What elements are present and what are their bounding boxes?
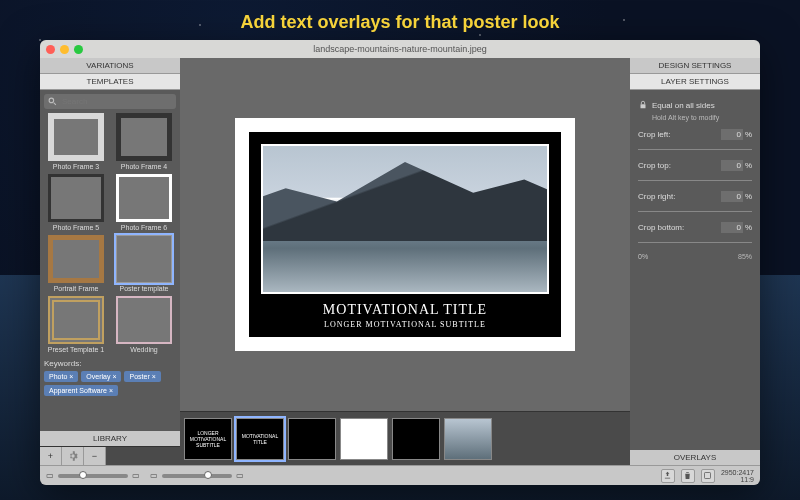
tab-templates[interactable]: TEMPLATES (40, 74, 180, 90)
trash-icon[interactable] (681, 469, 695, 483)
strip-item[interactable] (444, 418, 492, 460)
crop-left-input[interactable] (721, 129, 743, 140)
svg-rect-2 (641, 104, 646, 108)
crop-right-label: Crop right: (638, 192, 675, 201)
zoom-rect-icon: ▭ (46, 471, 54, 480)
library-toolbar: + − (40, 446, 180, 465)
opacity-rect-icon: ▭ (236, 471, 244, 480)
strip-item[interactable]: LONGER MOTIVATIONAL SUBTITLE (184, 418, 232, 460)
opacity-slider[interactable] (162, 474, 232, 478)
poster: MOTIVATIONAL TITLE LONGER MOTIVATIONAL S… (249, 132, 561, 337)
poster-title[interactable]: MOTIVATIONAL TITLE (261, 302, 549, 318)
keyword-chip[interactable]: Apparent Software × (44, 385, 118, 396)
crop-top-slider[interactable] (638, 175, 752, 185)
keywords-label: Keywords: (44, 359, 176, 368)
svg-rect-3 (705, 473, 711, 479)
scale-min: 0% (638, 253, 648, 260)
library-label[interactable]: LIBRARY (40, 431, 180, 446)
zoom-rect-icon: ▭ (132, 471, 140, 480)
svg-point-0 (49, 98, 54, 103)
template-grid: Photo Frame 3 Photo Frame 4 Photo Frame … (44, 113, 176, 353)
keyword-chip[interactable]: Poster × (124, 371, 160, 382)
template-item[interactable]: Photo Frame 6 (112, 174, 176, 231)
search-field[interactable] (60, 96, 172, 107)
tab-variations[interactable]: VARIATIONS (40, 58, 180, 74)
tab-layer-settings[interactable]: LAYER SETTINGS (630, 74, 760, 90)
opacity-rect-icon: ▭ (150, 471, 158, 480)
coordinates: 2950:2417 11:9 (721, 469, 754, 483)
keyword-chip[interactable]: Overlay × (81, 371, 121, 382)
canvas[interactable]: MOTIVATIONAL TITLE LONGER MOTIVATIONAL S… (235, 118, 575, 351)
scale-max: 85% (738, 253, 752, 260)
crop-top-label: Crop top: (638, 161, 671, 170)
poster-image[interactable] (261, 144, 549, 294)
strip-item[interactable] (288, 418, 336, 460)
crop-bottom-input[interactable] (721, 222, 743, 233)
right-panel: DESIGN SETTINGS LAYER SETTINGS Equal on … (630, 58, 760, 465)
strip-item[interactable]: MOTIVATIONAL TITLE (236, 418, 284, 460)
template-item[interactable]: Poster template (112, 235, 176, 292)
strip-item[interactable] (340, 418, 388, 460)
template-item[interactable]: Portrait Frame (44, 235, 108, 292)
left-panel: VARIATIONS TEMPLATES Photo Frame 3 Photo… (40, 58, 180, 465)
statusbar: ▭ ▭ ▭ ▭ 2950:2417 (40, 465, 760, 485)
equal-sides-note: Hold Alt key to modify (652, 114, 752, 121)
marketing-headline: Add text overlays for that poster look (0, 12, 800, 33)
zoom-slider[interactable] (58, 474, 128, 478)
crop-right-slider[interactable] (638, 206, 752, 216)
export-button[interactable] (661, 469, 675, 483)
strip-item[interactable] (392, 418, 440, 460)
canvas-area: MOTIVATIONAL TITLE LONGER MOTIVATIONAL S… (180, 58, 630, 465)
search-input[interactable] (44, 94, 176, 109)
layer-strip: LONGER MOTIVATIONAL SUBTITLE MOTIVATIONA… (180, 411, 630, 465)
tab-design-settings[interactable]: DESIGN SETTINGS (630, 58, 760, 74)
titlebar: landscape-mountains-nature-mountain.jpeg (40, 40, 760, 58)
settings-icon[interactable] (701, 469, 715, 483)
template-item[interactable]: Photo Frame 4 (112, 113, 176, 170)
window-title: landscape-mountains-nature-mountain.jpeg (40, 44, 760, 54)
crop-left-slider[interactable] (638, 144, 752, 154)
crop-left-label: Crop left: (638, 130, 670, 139)
remove-button[interactable]: − (84, 447, 106, 465)
crop-top-input[interactable] (721, 160, 743, 171)
template-item[interactable]: Preset Template 1 (44, 296, 108, 353)
search-icon (48, 97, 57, 106)
crop-bottom-label: Crop bottom: (638, 223, 684, 232)
equal-sides-label: Equal on all sides (652, 101, 752, 110)
poster-subtitle[interactable]: LONGER MOTIVATIONAL SUBTITLE (261, 320, 549, 329)
gear-icon[interactable] (62, 447, 84, 465)
svg-line-1 (54, 103, 56, 105)
overlays-label[interactable]: OVERLAYS (630, 450, 760, 465)
template-item[interactable]: Photo Frame 5 (44, 174, 108, 231)
crop-right-input[interactable] (721, 191, 743, 202)
template-item[interactable]: Wedding (112, 296, 176, 353)
add-button[interactable]: + (40, 447, 62, 465)
keyword-chip[interactable]: Photo × (44, 371, 78, 382)
lock-icon[interactable] (638, 100, 648, 110)
app-window: landscape-mountains-nature-mountain.jpeg… (40, 40, 760, 485)
crop-bottom-slider[interactable] (638, 237, 752, 247)
template-item[interactable]: Photo Frame 3 (44, 113, 108, 170)
